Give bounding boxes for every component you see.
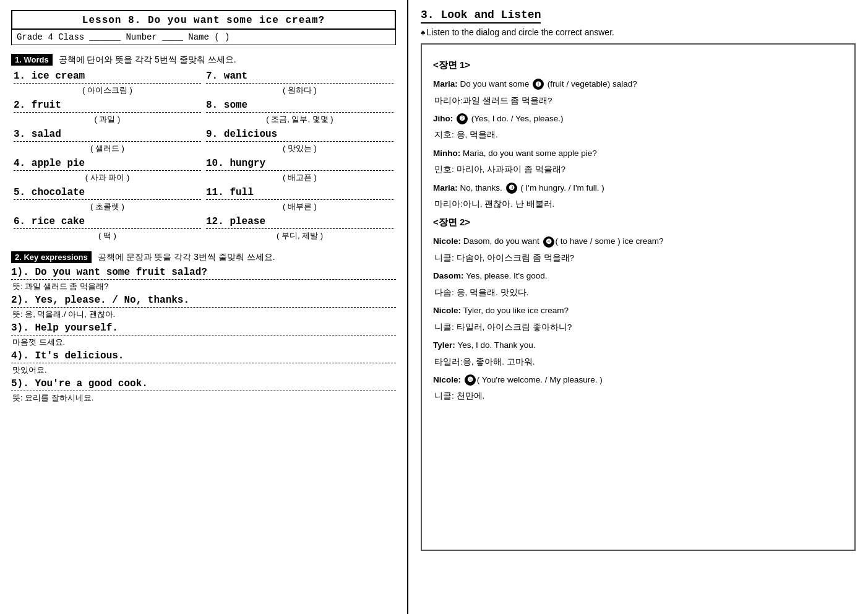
expr-meaning: 뜻: 요리를 잘하시네요. (12, 392, 396, 404)
dialog-line: Maria: Do you want some ❶ (fruit / veget… (433, 77, 843, 91)
expr-line: 3). Help yourself. (11, 322, 396, 335)
speaker: Maria: (433, 183, 460, 192)
dialog-line: Nicole: Dasom, do you want ❹( to have / … (433, 235, 843, 248)
dialog-line: Nicole: ❺( You're welcome. / My pleasure… (433, 373, 843, 387)
word-meaning: ( 배부른 ) (206, 201, 393, 212)
word-line: 4. apple pie (14, 158, 201, 171)
speaker: Nicole: (433, 375, 463, 384)
korean-line: 니콜: 다솜아, 아이스크림 좀 먹을래? (434, 252, 843, 264)
right-panel: 3. Look and Listen Listen to the dialog … (408, 0, 868, 614)
section2-intro-text: 공책에 문장과 뜻을 각각 3번씩 줄맞춰 쓰세요. (98, 252, 275, 262)
word-meaning: ( 부디, 제발 ) (206, 230, 393, 241)
dialog-line: Nicole: Tyler, do you like ice cream? (433, 304, 843, 318)
section1-intro-text: 공책에 단어와 뜻을 각각 5번씩 줄맞춰 쓰세요. (59, 54, 236, 64)
korean-line: 타일러:응, 좋아해. 고마워. (434, 356, 843, 368)
scene1-title: <장면 1> (433, 59, 843, 71)
expr-line: 5). You're a good cook. (11, 378, 396, 391)
left-panel: Lesson 8. Do you want some ice cream? Gr… (0, 0, 408, 614)
expr-item: 5). You're a good cook. 뜻: 요리를 잘하시네요. (11, 378, 396, 404)
word-line: 2. fruit (14, 100, 201, 113)
word-line: 1. ice cream (14, 71, 201, 84)
dialog-box: <장면 1> Maria: Do you want some ❶ (fruit … (421, 43, 856, 551)
word-line: 3. salad (14, 129, 201, 142)
expr-line: 4). It's delicious. (11, 350, 396, 363)
korean-line: 니콜: 천만에. (434, 390, 843, 402)
section2-intro: 2. Key expressions 공책에 문장과 뜻을 각각 3번씩 줄맞춰… (11, 251, 396, 263)
word-line: 11. full (206, 187, 393, 200)
word-col: 11. full ( 배부른 ) (204, 187, 396, 215)
word-col: 5. chocolate ( 초콜렛 ) (11, 187, 204, 215)
word-meaning: ( 아이스크림 ) (14, 85, 201, 96)
word-line: 6. rice cake (14, 216, 201, 229)
word-col: 3. salad ( 샐러드 ) (11, 129, 204, 157)
word-line: 9. delicious (206, 129, 393, 142)
word-col: 9. delicious ( 맛있는 ) (204, 129, 396, 157)
word-meaning: ( 조금, 일부, 몇몇 ) (206, 114, 393, 125)
expr-item: 3). Help yourself. 마음껏 드세요. (11, 322, 396, 348)
word-col: 4. apple pie ( 사과 파이 ) (11, 158, 204, 186)
expr-meaning: 맛있어요. (12, 365, 396, 376)
word-col: 10. hungry ( 배고픈 ) (204, 158, 396, 186)
word-col: 7. want ( 원하다 ) (204, 71, 396, 98)
section1-intro: 1. Words 공책에 단어와 뜻을 각각 5번씩 줄맞춰 쓰세요. (11, 54, 396, 66)
expr-item: 2). Yes, please. / No, thanks. 뜻: 응, 먹을래… (11, 295, 396, 320)
expr-meaning: 마음껏 드세요. (12, 337, 396, 348)
speaker: Tyler: (433, 340, 458, 350)
word-line: 12. please (206, 216, 393, 229)
word-line: 7. want (206, 71, 393, 84)
word-meaning: ( 과일 ) (14, 114, 201, 125)
speaker: Jiho: (433, 114, 455, 123)
speaker: Minho: (433, 149, 463, 158)
word-meaning: ( 사과 파이 ) (14, 172, 201, 183)
speaker: Maria: (433, 79, 460, 89)
korean-line: 다솜: 응, 먹을래. 맛있다. (434, 287, 843, 299)
expr-meaning: 뜻: 응, 먹을래./ 아니, 괜찮아. (12, 309, 396, 320)
dialog-line: Minho: Maria, do you want some apple pie… (433, 147, 843, 160)
word-row: 6. rice cake ( 떡 ) 12. please ( 부디, 제발 ) (11, 216, 396, 244)
korean-line: 지호: 응, 먹을래. (434, 129, 843, 141)
expr-line: 2). Yes, please. / No, thanks. (11, 295, 396, 308)
scene2-title: <장면 2> (433, 217, 843, 228)
word-col: 1. ice cream ( 아이스크림 ) (11, 71, 204, 98)
dialog-line: Tyler: Yes, I do. Thank you. (433, 339, 843, 352)
word-meaning: ( 맛있는 ) (206, 143, 393, 154)
word-meaning: ( 배고픈 ) (206, 172, 393, 183)
circle-3: ❸ (506, 183, 517, 194)
word-col: 6. rice cake ( 떡 ) (11, 216, 204, 244)
word-line: 8. some (206, 100, 393, 113)
word-line: 5. chocolate (14, 187, 201, 200)
word-col: 12. please ( 부디, 제발 ) (204, 216, 396, 244)
word-meaning: ( 초콜렛 ) (14, 201, 201, 212)
korean-line: 마리아:과일 샐러드 좀 먹을래? (434, 95, 843, 107)
word-col: 2. fruit ( 과일 ) (11, 100, 204, 128)
expr-item: 1). Do you want some fruit salad? 뜻: 과일 … (11, 267, 396, 292)
expr-item: 4). It's delicious. 맛있어요. (11, 350, 396, 376)
korean-line: 민호: 마리아, 사과파이 좀 먹을래? (434, 163, 843, 176)
word-row: 4. apple pie ( 사과 파이 ) 10. hungry ( 배고픈 … (11, 158, 396, 186)
dialog-line: Jiho: ❷ (Yes, I do. / Yes, please.) (433, 112, 843, 126)
word-col: 8. some ( 조금, 일부, 몇몇 ) (204, 100, 396, 128)
word-row: 1. ice cream ( 아이스크림 ) 7. want ( 원하다 ) (11, 71, 396, 98)
section1-label: 1. Words (11, 54, 53, 66)
section2-label: 2. Key expressions (11, 251, 92, 263)
dialog-line: Maria: No, thanks. ❸ ( I'm hungry. / I'm… (433, 181, 843, 195)
grade-row: Grade 4 Class ______ Number ____ Name ( … (11, 30, 396, 45)
word-meaning: ( 원하다 ) (206, 85, 393, 96)
expressions-list: 1). Do you want some fruit salad? 뜻: 과일 … (11, 267, 396, 404)
dialog-line: Dasom: Yes, please. It's good. (433, 269, 843, 283)
words-grid: 1. ice cream ( 아이스크림 ) 7. want ( 원하다 ) 2… (11, 71, 396, 244)
word-row: 3. salad ( 샐러드 ) 9. delicious ( 맛있는 ) (11, 129, 396, 157)
korean-line: 마리아:아니, 괜찮아. 난 배불러. (434, 198, 843, 210)
circle-5: ❺ (465, 374, 476, 386)
expr-line: 1). Do you want some fruit salad? (11, 267, 396, 280)
lesson-title: Lesson 8. Do you want some ice cream? (11, 10, 396, 30)
listen-instruction: Listen to the dialog and circle the corr… (421, 27, 856, 37)
speaker: Nicole: (433, 306, 463, 315)
circle-4: ❹ (543, 236, 554, 248)
section3-title: 3. Look and Listen (421, 9, 541, 24)
word-meaning: ( 떡 ) (14, 230, 201, 241)
word-row: 5. chocolate ( 초콜렛 ) 11. full ( 배부른 ) (11, 187, 396, 215)
expr-meaning: 뜻: 과일 샐러드 좀 먹을래? (12, 281, 396, 292)
korean-line: 니콜: 타일러, 아이스크림 좋아하니? (434, 321, 843, 334)
circle-1: ❶ (533, 79, 544, 90)
